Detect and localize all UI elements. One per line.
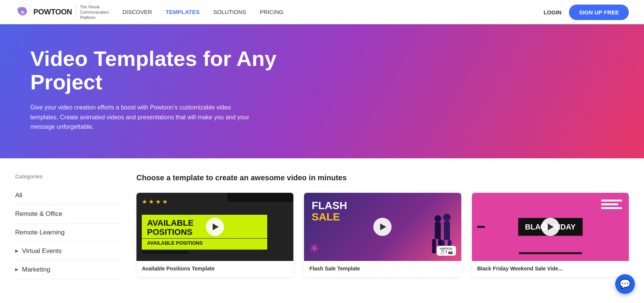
sidebar-item-remote-learning[interactable]: Remote Learning (15, 223, 121, 242)
sidebar: Categories All Remote & Office Remote Le… (15, 173, 121, 295)
template-section: Choose a template to create an awesome v… (136, 173, 629, 295)
star-2: ★ (149, 198, 154, 205)
bf-line-1 (601, 200, 622, 201)
flash-badge: VERTICAL 🎵 f 📷 (437, 246, 456, 256)
navbar-right: LOGIN SIGN UP FREE (544, 5, 629, 20)
hero-subtitle: Give your video creation efforts a boost… (30, 103, 258, 132)
card-label-3: Black Friday Weekend Sale Vide... (472, 261, 629, 277)
sidebar-item-virtual-events[interactable]: ▶ Virtual Events (15, 242, 121, 261)
template-card-black-friday[interactable]: BLA▶FRIDAY Black Friday Weekend Sale Vid… (472, 193, 629, 277)
section-heading: Choose a template to create an awesome v… (136, 173, 629, 182)
sidebar-item-remote-office[interactable]: Remote & Office (15, 205, 121, 223)
signup-button[interactable]: SIGN UP FREE (569, 5, 629, 20)
flash-text: FLASH (312, 200, 347, 211)
bf-left-bar (477, 226, 485, 228)
hero-title: Video Templates for Any Project (30, 47, 296, 94)
nav-solutions[interactable]: SOLUTIONS (213, 9, 246, 15)
login-button[interactable]: LOGIN (544, 9, 562, 16)
bf-line-3 (601, 207, 622, 209)
sidebar-item-label: Virtual Events (22, 247, 62, 255)
chevron-right-icon: ▶ (15, 267, 18, 272)
black-bar-bottom (142, 251, 189, 253)
powtoon-logo-icon (15, 5, 30, 19)
hero-section: Video Templates for Any Project Give you… (0, 24, 644, 158)
flash-badge-text: VERTICAL (440, 247, 453, 250)
star-1: ★ (142, 198, 147, 205)
chat-bubble-button[interactable]: 💬 (615, 274, 635, 294)
bf-bottom-bar (519, 252, 582, 254)
svg-rect-7 (432, 239, 436, 253)
svg-rect-2 (444, 221, 450, 240)
navbar: POWTOON The Visual Communication Platfor… (0, 0, 644, 24)
flash-asterisk-icon: ✳ (309, 241, 320, 256)
star-4: ★ (162, 198, 168, 205)
svg-rect-6 (435, 222, 441, 239)
chevron-right-icon: ▶ (15, 248, 18, 253)
sidebar-item-all[interactable]: All (15, 186, 121, 205)
sidebar-item-label: Remote Learning (15, 229, 64, 236)
template-card-available-positions[interactable]: ★ ★ ★ ★ AVAILABLEPOSITIONS AVAILABLE POS… (136, 193, 293, 277)
svg-point-5 (434, 215, 441, 222)
flash-content: FLASH SALE (312, 200, 347, 223)
flash-badge-icons: 🎵 f 📷 (440, 250, 453, 254)
logo-tagline: The Visual Communication Platform (80, 4, 110, 20)
play-button-1[interactable] (206, 218, 224, 236)
logo-divider (76, 5, 76, 19)
stars-row: ★ ★ ★ ★ (142, 198, 168, 205)
nav-pricing[interactable]: PRICING (260, 9, 284, 15)
chat-icon: 💬 (619, 279, 631, 289)
template-thumb-1: ★ ★ ★ ★ AVAILABLEPOSITIONS AVAILABLE POS… (136, 193, 293, 261)
flash-sale-text: SALE (312, 211, 347, 223)
card-label-1: Available Positions Template (136, 261, 293, 277)
black-bar-top (227, 193, 293, 202)
sidebar-item-marketing[interactable]: ▶ Marketing (15, 261, 121, 279)
svg-point-1 (443, 214, 451, 221)
template-thumb-2: FLASH SALE ✳ (304, 193, 461, 261)
sidebar-heading: Categories (15, 173, 121, 180)
template-card-flash-sale[interactable]: FLASH SALE ✳ (304, 193, 461, 277)
nav-links: DISCOVER TEMPLATES SOLUTIONS PRICING (122, 9, 284, 15)
bf-top-lines (601, 200, 622, 209)
card-label-2: Flash Sale Template (304, 261, 461, 277)
nav-templates[interactable]: TEMPLATES (166, 9, 200, 15)
main-content: Categories All Remote & Office Remote Le… (0, 158, 644, 303)
play-button-2[interactable] (373, 218, 392, 236)
play-button-3[interactable] (541, 218, 559, 236)
sidebar-item-label: Marketing (22, 266, 50, 273)
svg-point-0 (20, 10, 24, 14)
navbar-left: POWTOON The Visual Communication Platfor… (15, 4, 284, 20)
star-3: ★ (155, 198, 161, 205)
powtoon-wordmark: POWTOON (33, 8, 72, 16)
template-thumb-3: BLA▶FRIDAY (472, 193, 629, 261)
logo-area: POWTOON The Visual Communication Platfor… (15, 4, 110, 20)
sidebar-item-label: All (15, 192, 22, 199)
bf-line-2 (601, 203, 618, 205)
sidebar-item-label: Remote & Office (15, 210, 62, 218)
nav-discover[interactable]: DISCOVER (122, 9, 152, 15)
template-grid: ★ ★ ★ ★ AVAILABLEPOSITIONS AVAILABLE POS… (136, 193, 629, 277)
